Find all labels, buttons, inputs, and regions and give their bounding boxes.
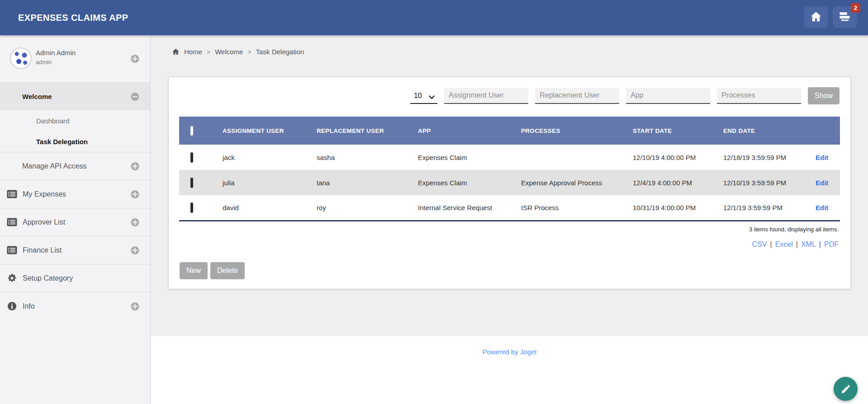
floating-edit-button[interactable] [834,377,858,401]
cell-assignment-user: jack [217,145,311,170]
sidebar-user-block[interactable]: Admin Admin admin [0,35,150,82]
breadcrumb-home-icon [172,48,180,55]
sidebar-item-label: Info [23,302,35,310]
assignment-user-filter-input[interactable] [444,88,528,104]
sidebar-item-label: Approver List [23,218,65,226]
sidebar-item-dashboard[interactable]: Dashboard [0,110,150,131]
column-header-actions [810,117,840,145]
sidebar-item-my-expenses[interactable]: My Expenses [0,180,150,208]
breadcrumb-separator: > [207,48,210,56]
breadcrumb-home[interactable]: Home [184,48,202,56]
edit-link[interactable]: Edit [816,179,828,187]
sidebar-item-task-delegation[interactable]: Task Delegation [0,131,150,152]
table-row[interactable]: julia tana Expenses Claim Expense Approv… [179,170,840,195]
cell-app: Internal Service Request [413,195,516,221]
cell-end-date: 12/18/19 3:59:59 PM [718,145,810,170]
sidebar-item-welcome[interactable]: Welcome [0,82,150,110]
cell-assignment-user: julia [217,170,311,195]
inbox-button[interactable]: 2 [833,6,857,28]
table-header-row: ASSIGNMENT USER REPLACEMENT USER APP PRO… [179,117,840,145]
column-header-processes[interactable]: PROCESSES [516,117,627,145]
list-icon [7,218,17,226]
sidebar-item-label: Welcome [22,93,52,100]
sidebar-item-label: Task Delegation [36,138,88,146]
row-checkbox[interactable] [190,178,193,188]
app-filter-input[interactable] [626,88,710,104]
processes-filter-input[interactable] [717,88,801,104]
collapse-minus-icon[interactable] [131,92,139,101]
export-pdf-link[interactable]: PDF [824,240,839,248]
sidebar-item-manage-api-access[interactable]: Manage API Access [0,152,150,180]
notification-badge: 2 [851,3,860,13]
cell-processes: Expense Approval Process [516,170,627,195]
sidebar-item-info[interactable]: Info [0,292,150,320]
replacement-user-filter-input[interactable] [535,88,619,104]
expand-plus-icon[interactable] [131,55,139,63]
export-separator: | [770,240,772,248]
show-button[interactable]: Show [808,87,840,104]
export-links: CSV|Excel|XML|PDF [180,240,839,249]
page-footer: Powered by Joget [151,336,868,404]
column-header-start-date[interactable]: START DATE [627,117,718,145]
page-size-select[interactable]: 10 [410,88,437,104]
sidebar: Admin Admin admin Welcome Dashboard Task… [0,35,151,404]
sidebar-item-setup-category[interactable]: Setup Category [0,264,150,292]
row-checkbox[interactable] [190,152,193,163]
edit-link[interactable]: Edit [816,154,828,161]
select-all-checkbox[interactable] [190,126,193,136]
pencil-icon [840,384,851,395]
column-header-app[interactable]: APP [413,117,516,145]
inbox-list-icon [839,12,851,23]
row-checkbox[interactable] [190,202,193,213]
export-csv-link[interactable]: CSV [752,240,767,248]
sidebar-item-label: My Expenses [23,190,66,198]
home-icon [810,11,822,23]
sidebar-item-label: Finance List [23,246,62,254]
cell-processes [516,145,627,170]
column-header-end-date[interactable]: END DATE [718,117,810,145]
cell-processes: ISR Process [516,195,627,221]
export-separator: | [796,240,798,248]
cell-end-date: 12/1/19 3:59:59 PM [718,195,810,221]
sidebar-item-approver-list[interactable]: Approver List [0,208,150,236]
home-button[interactable] [804,6,828,28]
info-icon [7,301,17,311]
edit-link[interactable]: Edit [816,204,828,211]
list-icon [7,246,17,254]
powered-by-joget-link[interactable]: Powered by Joget [482,348,536,356]
expand-plus-icon[interactable] [131,190,139,198]
breadcrumb-task-delegation[interactable]: Task Delegation [256,48,304,56]
table-row[interactable]: jack sasha Expenses Claim 12/10/19 4:00:… [179,145,840,170]
export-xml-link[interactable]: XML [801,240,816,248]
table-row[interactable]: david roy Internal Service Request ISR P… [179,195,840,221]
column-header-replacement-user[interactable]: REPLACEMENT USER [311,117,413,145]
expand-plus-icon[interactable] [131,246,139,254]
sidebar-item-label: Manage API Access [22,162,86,170]
task-delegation-table: ASSIGNMENT USER REPLACEMENT USER APP PRO… [179,117,840,221]
main-content: Home > Welcome > Task Delegation 10 [151,35,868,404]
app-title: EXPENSES CLAIMS APP [18,13,128,23]
sidebar-item-finance-list[interactable]: Finance List [0,236,150,264]
expand-plus-icon[interactable] [131,162,139,170]
sidebar-item-label: Setup Category [23,274,73,282]
cell-end-date: 12/10/19 3:59:59 PM [718,170,810,195]
delete-button[interactable]: Delete [210,262,245,279]
user-name: Admin Admin [36,49,76,56]
column-header-assignment-user[interactable]: ASSIGNMENT USER [217,117,311,145]
breadcrumb-welcome[interactable]: Welcome [215,48,243,56]
filter-bar: 10 Show [180,87,840,104]
sidebar-item-label: Dashboard [36,117,69,125]
cell-assignment-user: david [217,195,311,221]
app-window: EXPENSES CLAIMS APP 2 [0,0,868,404]
task-delegation-card: 10 Show [168,77,851,289]
cell-app: Expenses Claim [413,170,516,195]
expand-plus-icon[interactable] [131,218,139,226]
cell-start-date: 12/4/19 4:00:00 PM [627,170,718,195]
export-excel-link[interactable]: Excel [775,240,793,248]
top-navbar: EXPENSES CLAIMS APP 2 [0,0,868,35]
breadcrumb-separator: > [247,48,251,56]
navbar-actions: 2 [804,6,857,28]
new-button[interactable]: New [180,262,208,279]
expand-plus-icon[interactable] [131,302,139,310]
cell-start-date: 10/31/19 4:00:00 PM [627,195,718,221]
